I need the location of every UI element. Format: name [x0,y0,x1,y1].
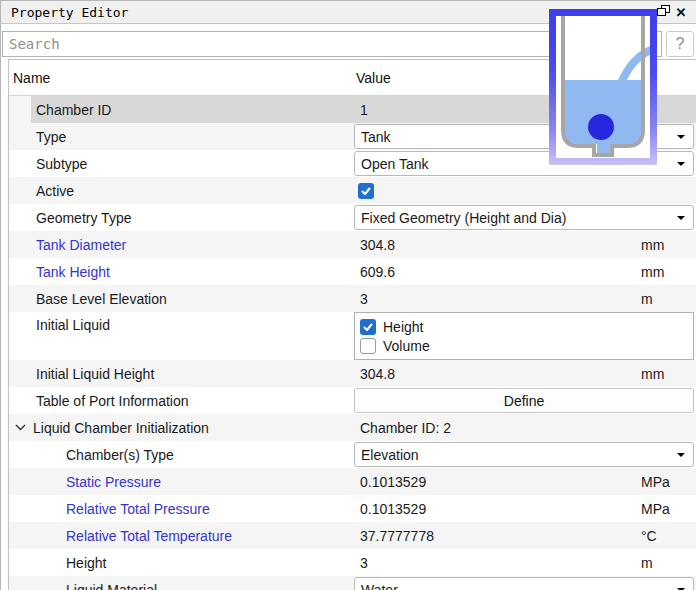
property-label: Base Level Elevation [9,291,354,307]
property-label-link[interactable]: Relative Total Pressure [9,501,354,517]
property-row-base-level-elevation[interactable]: Base Level Elevation 3 m [9,285,696,312]
property-row-chambers-type[interactable]: Chamber(s) Type Elevation [9,441,696,468]
property-label: Geometry Type [9,210,354,226]
volume-checkbox[interactable] [360,338,376,354]
property-label: Initial Liquid Height [9,366,354,382]
property-value[interactable]: 609.6 [354,264,641,280]
name-column-header: Name [9,70,354,86]
float-window-icon [657,4,670,20]
dropdown-value: Tank [361,129,391,145]
dropdown-value: Water [361,582,398,590]
dropdown-value: Fixed Geometry (Height and Dia) [361,210,566,226]
property-value[interactable]: 304.8 [354,366,641,382]
chevron-down-icon [677,216,685,220]
close-icon: ✕ [676,6,687,19]
option-volume[interactable]: Volume [360,338,693,354]
unit-label: mm [641,366,696,382]
geometry-type-dropdown[interactable]: Fixed Geometry (Height and Dia) [354,205,694,230]
active-checkbox[interactable] [358,183,374,199]
property-row-tank-diameter[interactable]: Tank Diameter 304.8 mm [9,231,696,258]
property-value[interactable]: 0.1013529 [354,501,641,517]
property-row-active[interactable]: Active [9,177,696,204]
option-label: Volume [383,338,430,354]
property-row-height[interactable]: Height 3 m [9,549,696,576]
property-row-relative-total-temperature[interactable]: Relative Total Temperature 37.7777778 °C [9,522,696,549]
help-button[interactable]: ? [666,31,694,57]
check-icon [362,321,374,333]
property-row-initial-liquid-height[interactable]: Initial Liquid Height 304.8 mm [9,360,696,387]
close-button[interactable]: ✕ [672,3,690,21]
property-label: Height [9,555,354,571]
property-value[interactable]: 0.1013529 [354,474,641,490]
group-value: Chamber ID: 2 [354,420,641,436]
property-row-port-information[interactable]: Table of Port Information Define [9,387,696,414]
property-label: Initial Liquid [9,312,354,333]
chevron-down-icon [677,453,685,457]
unit-label: m [641,555,696,571]
property-label-link[interactable]: Tank Diameter [9,237,354,253]
expander-chevron-icon[interactable] [15,424,26,431]
property-row-geometry-type[interactable]: Geometry Type Fixed Geometry (Height and… [9,204,696,231]
property-value[interactable]: 304.8 [354,237,641,253]
property-label: Type [9,129,354,145]
unit-label: mm [641,264,696,280]
unit-label: MPa [641,474,696,490]
chevron-down-icon [677,135,685,139]
property-label: Liquid Material [9,582,354,590]
property-row-relative-total-pressure[interactable]: Relative Total Pressure 0.1013529 MPa [9,495,696,522]
property-editor-panel: Property Editor ✕ ? Name Value Chamber I… [0,0,696,590]
unit-label: MPa [641,501,696,517]
dropdown-value: Elevation [361,447,419,463]
unit-label: m [641,291,696,307]
initial-liquid-option-box: Height Volume [354,312,694,360]
property-label: Subtype [9,156,354,172]
property-label: Table of Port Information [9,393,354,409]
property-label-link[interactable]: Static Pressure [9,474,354,490]
dropdown-value: Open Tank [361,156,428,172]
define-button[interactable]: Define [354,388,694,413]
property-group-liquid-chamber-initialization[interactable]: Liquid Chamber Initialization Chamber ID… [9,414,696,441]
property-value[interactable]: 3 [354,291,641,307]
liquid-material-dropdown[interactable]: Water [354,577,694,590]
property-value[interactable]: 3 [354,555,641,571]
check-icon [360,185,372,197]
option-label: Height [383,319,423,335]
property-value[interactable]: 37.7777778 [354,528,641,544]
tank-graphic-overlay [549,9,657,165]
property-label-link[interactable]: Tank Height [9,264,354,280]
property-row-initial-liquid[interactable]: Initial Liquid Height Volume [9,312,696,360]
property-label-link[interactable]: Relative Total Temperature [9,528,354,544]
property-row-liquid-material[interactable]: Liquid Material Water [9,576,696,590]
chambers-type-dropdown[interactable]: Elevation [354,442,694,467]
property-row-static-pressure[interactable]: Static Pressure 0.1013529 MPa [9,468,696,495]
option-height[interactable]: Height [360,319,693,335]
tank-icon [556,16,650,158]
unit-label: °C [641,528,696,544]
chevron-down-icon [677,162,685,166]
property-label: Chamber(s) Type [9,447,354,463]
property-label: Chamber ID [9,102,354,118]
property-label: Active [9,183,354,199]
height-checkbox[interactable] [360,319,376,335]
unit-label: mm [641,237,696,253]
group-label: Liquid Chamber Initialization [33,420,209,436]
property-row-tank-height[interactable]: Tank Height 609.6 mm [9,258,696,285]
